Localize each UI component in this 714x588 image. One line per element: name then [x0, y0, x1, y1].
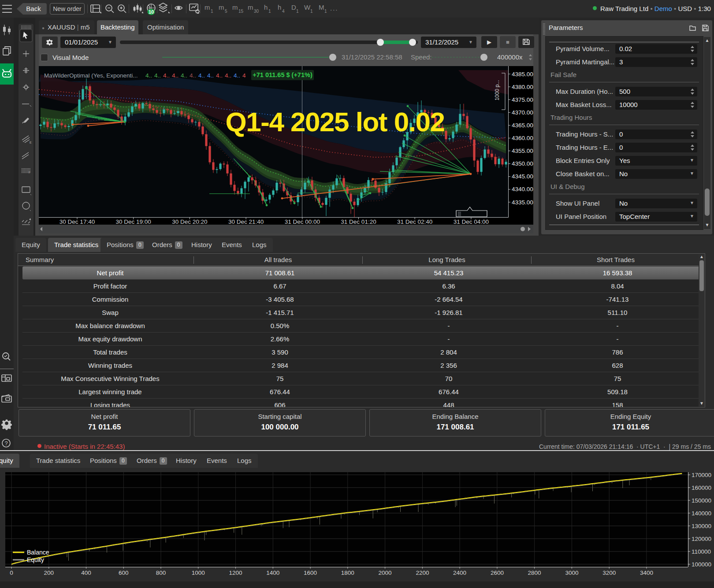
svg-text:4..: 4.. — [190, 72, 196, 79]
svg-text:3200: 3200 — [602, 570, 616, 576]
svg-text:...: ... — [330, 4, 338, 12]
svg-text:200: 200 — [44, 570, 54, 576]
svg-text:+71 011.65 $ (+71%): +71 011.65 $ (+71%) — [253, 71, 312, 78]
svg-text:1200: 1200 — [229, 570, 242, 576]
svg-text:150000: 150000 — [692, 497, 711, 504]
svg-text:15: 15 — [238, 9, 244, 14]
svg-text:4345.00: 4345.00 — [512, 173, 533, 180]
svg-text:100000: 100000 — [692, 561, 711, 568]
svg-text:MaWilderOptimal (Yes, Exponent: MaWilderOptimal (Yes, Exponenti... — [44, 72, 138, 79]
svg-text:W: W — [304, 4, 311, 11]
svg-text:4..: 4.. — [181, 72, 187, 79]
svg-text:4375.00: 4375.00 — [512, 96, 533, 103]
svg-text:D: D — [291, 4, 296, 11]
svg-text:400000x: 400000x — [497, 53, 523, 61]
svg-text:h: h — [278, 4, 281, 11]
svg-text:4..: 4.. — [163, 72, 170, 79]
svg-text:4335.00: 4335.00 — [512, 199, 533, 206]
svg-text:2800: 2800 — [528, 570, 541, 576]
svg-text:30 Dec 17:40: 30 Dec 17:40 — [60, 218, 95, 225]
svg-text:30 Dec 20:20: 30 Dec 20:20 — [172, 218, 207, 225]
svg-text:31 Dec 01:20: 31 Dec 01:20 — [341, 218, 376, 225]
svg-text:140000: 140000 — [692, 510, 711, 517]
svg-text:3400: 3400 — [640, 570, 653, 576]
svg-text:0: 0 — [10, 570, 13, 576]
svg-text:4385.00: 4385.00 — [512, 71, 533, 78]
svg-text:4..: 4.. — [172, 72, 178, 79]
svg-text:4..: 4.. — [216, 72, 223, 79]
svg-text:m: m — [232, 4, 238, 11]
svg-text:h: h — [264, 4, 268, 11]
svg-text:160000: 160000 — [692, 484, 711, 491]
svg-text:4..: 4.. — [207, 72, 214, 79]
svg-text:10: 10 — [149, 9, 154, 15]
svg-text:4: 4 — [282, 9, 285, 14]
svg-text:1: 1 — [268, 9, 271, 14]
svg-text:2600: 2600 — [491, 570, 504, 576]
svg-text:4..: 4.. — [145, 72, 152, 79]
svg-text:400: 400 — [81, 570, 91, 576]
svg-text:4355.00: 4355.00 — [512, 148, 533, 154]
svg-text:2000: 2000 — [379, 570, 392, 576]
svg-text:4..: 4.. — [225, 72, 231, 79]
svg-text:130000: 130000 — [692, 523, 711, 529]
svg-text:1800: 1800 — [341, 570, 354, 576]
svg-text:800: 800 — [156, 570, 166, 576]
svg-text:m: m — [248, 4, 253, 11]
svg-text:1600: 1600 — [304, 570, 317, 576]
svg-text:31 Dec 00:00: 31 Dec 00:00 — [285, 218, 320, 225]
svg-text:600: 600 — [119, 570, 129, 576]
svg-text:2400: 2400 — [453, 570, 466, 576]
svg-text:110000: 110000 — [692, 548, 711, 555]
svg-text:1000 p...: 1000 p... — [494, 80, 500, 101]
svg-text:120000: 120000 — [692, 536, 711, 542]
svg-text:4340.00: 4340.00 — [512, 186, 533, 192]
svg-text:m: m — [205, 4, 210, 11]
svg-text:4350.00: 4350.00 — [512, 160, 533, 167]
svg-text:5: 5 — [225, 9, 227, 14]
svg-text:4..: 4.. — [198, 72, 205, 79]
svg-text:31 Dec 02:40: 31 Dec 02:40 — [397, 218, 432, 225]
svg-text:2200: 2200 — [416, 570, 429, 576]
svg-text:4370.00: 4370.00 — [512, 109, 533, 116]
svg-text:M: M — [319, 4, 324, 11]
svg-text:4..: 4.. — [234, 72, 240, 79]
svg-text:4360.00: 4360.00 — [512, 135, 533, 141]
svg-text:1: 1 — [310, 9, 313, 14]
svg-text:170000: 170000 — [692, 472, 711, 478]
svg-text:4365.00: 4365.00 — [512, 122, 533, 129]
svg-text:Q1-4 2025 lot 0.02: Q1-4 2025 lot 0.02 — [226, 107, 445, 137]
svg-text:1: 1 — [324, 9, 327, 14]
svg-text:F: F — [29, 171, 30, 174]
svg-text:4380.00: 4380.00 — [512, 84, 533, 90]
svg-text:1000: 1000 — [192, 570, 205, 576]
svg-text:E: E — [30, 141, 32, 144]
svg-text:30 Dec 19:00: 30 Dec 19:00 — [116, 218, 151, 225]
svg-text:Balance: Balance — [27, 549, 49, 556]
svg-text:31/12/2025 22:58:58: 31/12/2025 22:58:58 — [342, 53, 402, 61]
svg-text:4: 4 — [242, 72, 246, 79]
svg-text:30: 30 — [254, 9, 259, 14]
svg-text:m: m — [219, 4, 224, 11]
svg-text:1: 1 — [296, 9, 299, 14]
svg-text:3000: 3000 — [565, 570, 578, 576]
svg-text:Equity: Equity — [27, 556, 44, 563]
svg-text:4..: 4.. — [154, 72, 161, 79]
svg-text:1400: 1400 — [266, 570, 279, 576]
svg-text:31 Dec 04:00: 31 Dec 04:00 — [454, 218, 489, 225]
svg-text:Speed:: Speed: — [411, 53, 432, 61]
svg-text:30 Dec 21:40: 30 Dec 21:40 — [228, 218, 264, 225]
svg-text:1: 1 — [211, 9, 213, 14]
